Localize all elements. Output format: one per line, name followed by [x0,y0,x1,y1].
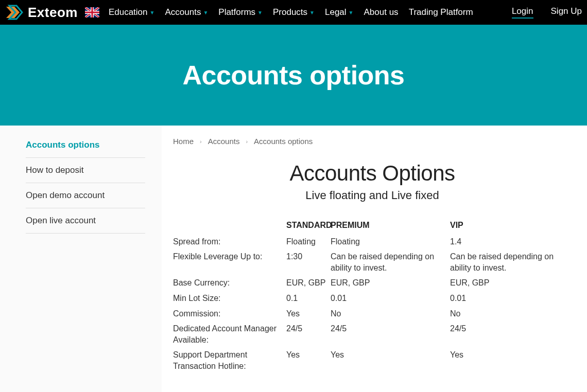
sidebar: Accounts optionsHow to depositOpen demo … [0,126,162,392]
nav-item-education[interactable]: Education▼ [109,7,155,17]
table-row: Min Lot Size:0.10.010.01 [173,291,572,306]
nav-item-platforms[interactable]: Platforms▼ [218,7,263,17]
uk-flag-icon[interactable] [85,7,99,17]
row-label: Commission: [173,306,286,322]
table-row: Support Department Transaction Hotline:Y… [173,347,572,373]
row-value: Can be raised depending on ability to in… [331,249,450,275]
logo-text: Exteom [28,5,78,21]
table-row: Base Currency:EUR, GBPEUR, GBPEUR, GBP [173,275,572,291]
login-link[interactable]: Login [512,6,533,19]
row-value: Floating [331,234,450,250]
sidebar-item-accounts-options[interactable]: Accounts options [26,133,145,158]
chevron-down-icon: ▼ [150,10,155,15]
row-value: EUR, GBP [331,275,450,291]
nav-item-about-us[interactable]: About us [364,7,399,17]
nav-item-legal[interactable]: Legal▼ [325,7,354,17]
table-header: PREMIUM [331,218,450,234]
table-header: VIP [450,218,572,234]
sidebar-item-open-live-account[interactable]: Open live account [26,208,145,234]
logo[interactable]: Exteom [5,5,78,21]
table-row: Dedicated Account Manager Available:24/5… [173,321,572,347]
page-body: Accounts optionsHow to depositOpen demo … [0,126,587,392]
row-value: Yes [450,347,572,373]
row-value: 0.1 [286,291,331,306]
row-value: 24/5 [450,321,572,347]
row-value: No [450,306,572,322]
row-value: Yes [286,347,331,373]
breadcrumb-item[interactable]: Accounts [208,137,240,146]
table-row: Flexible Leverage Up to:1:30Can be raise… [173,249,572,275]
breadcrumb-item[interactable]: Home [173,137,194,146]
row-value: EUR, GBP [286,275,331,291]
hero-title: Accounts options [182,60,404,91]
hero-banner: Accounts options [0,25,587,126]
row-value: Yes [286,306,331,322]
logo-arrow-icon [5,5,24,20]
nav-item-trading-platform[interactable]: Trading Platform [409,7,473,17]
row-label: Flexible Leverage Up to: [173,249,286,275]
nav-right: Login Sign Up [512,6,582,19]
chevron-down-icon: ▼ [203,10,208,15]
accounts-table: STANDARDPREMIUMVIP Spread from:FloatingF… [173,218,572,374]
row-value: 0.01 [450,291,572,306]
sidebar-item-how-to-deposit[interactable]: How to deposit [26,158,145,183]
table-header: STANDARD [286,218,331,234]
table-header [173,218,286,234]
row-value: 0.01 [331,291,450,306]
row-label: Dedicated Account Manager Available: [173,321,286,347]
content-subheading: Live floating and Live fixed [173,189,572,202]
main-nav: Education▼Accounts▼Platforms▼Products▼Le… [109,7,512,17]
table-row: Spread from:FloatingFloating1.4 [173,234,572,250]
nav-item-products[interactable]: Products▼ [273,7,315,17]
chevron-down-icon: ▼ [349,10,354,15]
chevron-down-icon: ▼ [309,10,315,15]
row-value: Can be raised depending on ability to in… [450,249,572,275]
chevron-right-icon: › [246,138,248,145]
row-value: No [331,306,450,322]
row-label: Base Currency: [173,275,286,291]
top-header: Exteom Education▼Accounts▼Platforms▼Prod… [0,0,587,25]
row-value: Yes [331,347,450,373]
row-value: EUR, GBP [450,275,572,291]
breadcrumb-item: Accounts options [254,137,313,146]
row-label: Spread from: [173,234,286,250]
signup-link[interactable]: Sign Up [551,6,582,19]
sidebar-item-open-demo-account[interactable]: Open demo account [26,183,145,208]
breadcrumb: Home›Accounts›Accounts options [173,137,572,146]
row-value: 24/5 [286,321,331,347]
content-heading: Accounts Options [173,161,572,186]
nav-item-accounts[interactable]: Accounts▼ [165,7,208,17]
row-label: Min Lot Size: [173,291,286,306]
table-row: Commission:YesNoNo [173,306,572,322]
row-value: 1.4 [450,234,572,250]
row-value: Floating [286,234,331,250]
row-value: 1:30 [286,249,331,275]
main-content: Home›Accounts›Accounts options Accounts … [162,126,587,392]
row-value: 24/5 [331,321,450,347]
row-label: Support Department Transaction Hotline: [173,347,286,373]
chevron-down-icon: ▼ [257,10,263,15]
chevron-right-icon: › [200,138,202,145]
